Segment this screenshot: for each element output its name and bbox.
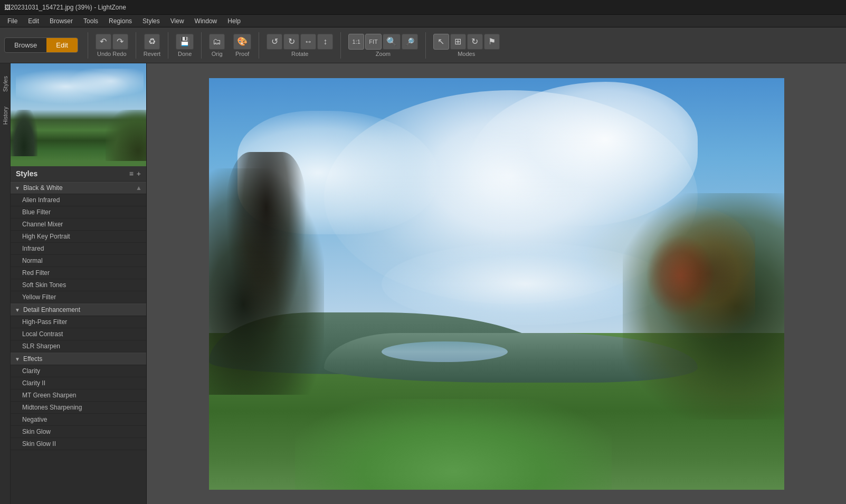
effects-label: Effects: [23, 355, 42, 363]
zoom-fit-button[interactable]: FIT: [365, 34, 382, 50]
grass-detail: [295, 399, 612, 490]
undo-button[interactable]: ↶: [96, 34, 111, 50]
sep4: [201, 32, 202, 59]
rotate-ccw-button[interactable]: ↺: [267, 34, 282, 50]
history-vtab[interactable]: History: [1, 101, 9, 130]
sep7: [425, 32, 426, 59]
style-local-contrast[interactable]: Local Contrast: [11, 328, 146, 340]
sep1: [88, 32, 88, 59]
sep2: [136, 32, 136, 59]
proof-button[interactable]: 🎨: [233, 34, 251, 50]
menu-window[interactable]: Window: [189, 16, 223, 26]
styles-list: ▼ Black & White ▲ Alien Infrared Blue Fi…: [11, 182, 146, 504]
lake: [382, 341, 508, 362]
title-text: 20231031_154721.jpg (39%) - LightZone: [11, 4, 126, 11]
style-normal[interactable]: Normal: [11, 255, 146, 267]
done-label: Done: [178, 51, 192, 57]
menu-help[interactable]: Help: [222, 16, 246, 26]
category-detail-enhancement[interactable]: ▼ Detail Enhancement: [11, 303, 146, 316]
style-mt-green-sharpen[interactable]: MT Green Sharpen: [11, 389, 146, 402]
rotate-label: Rotate: [291, 51, 308, 57]
zoom-11-button[interactable]: 1:1: [348, 34, 364, 50]
style-negative[interactable]: Negative: [11, 414, 146, 426]
bw-scroll: ▲: [136, 184, 142, 192]
style-alien-infrared[interactable]: Alien Infrared: [11, 194, 146, 206]
edit-button[interactable]: Edit: [46, 38, 77, 52]
thumbnail-image: [11, 63, 146, 166]
app-icon: 🖼: [4, 4, 11, 11]
menubar: FileEditBrowserToolsRegionsStylesViewWin…: [0, 15, 846, 27]
content-area: [147, 63, 846, 504]
style-clarity-ii[interactable]: Clarity II: [11, 377, 146, 389]
browse-button[interactable]: Browse: [5, 38, 46, 52]
menu-browser[interactable]: Browser: [44, 16, 78, 26]
revert-button[interactable]: ♻: [144, 34, 160, 50]
modes-group: ↖ ⊞ ↻ ⚑ Modes: [433, 34, 500, 57]
styles-header: Styles ≡ +: [11, 166, 146, 182]
styles-vtab[interactable]: Styles: [1, 71, 9, 97]
mode-flag-button[interactable]: ⚑: [484, 34, 500, 50]
orig-label: Orig: [212, 51, 223, 57]
style-high-key-portrait[interactable]: High Key Portrait: [11, 231, 146, 243]
zoom-in-button[interactable]: 🔍: [383, 34, 401, 50]
menu-tools[interactable]: Tools: [78, 16, 103, 26]
rotate-flip-v-button[interactable]: ↕: [317, 34, 333, 50]
style-channel-mixer[interactable]: Channel Mixer: [11, 218, 146, 231]
style-clarity[interactable]: Clarity: [11, 365, 146, 377]
style-infrared[interactable]: Infrared: [11, 243, 146, 255]
redo-button[interactable]: ↷: [112, 34, 128, 50]
rotate-cw-button[interactable]: ↻: [283, 34, 299, 50]
style-skin-glow-ii[interactable]: Skin Glow II: [11, 438, 146, 450]
revert-group: ♻ Revert: [144, 34, 160, 57]
styles-title: Styles: [16, 169, 37, 178]
main-layout: Styles History Styles ≡ +: [0, 63, 846, 504]
effects-arrow: ▼: [15, 356, 20, 362]
undo-redo-group: ↶ ↷ Undo Redo: [96, 34, 128, 57]
zoom-group: 1:1 FIT 🔍 🔎 Zoom: [348, 34, 418, 57]
menu-styles[interactable]: Styles: [137, 16, 165, 26]
menu-edit[interactable]: Edit: [23, 16, 44, 26]
sep6: [340, 32, 341, 59]
bw-arrow: ▼: [15, 185, 20, 191]
de-arrow: ▼: [15, 307, 20, 313]
style-red-filter[interactable]: Red Filter: [11, 267, 146, 279]
toolbar: Browse Edit ↶ ↷ Undo Redo ♻ Revert 💾 Don…: [0, 27, 846, 63]
done-group: 💾 Done: [176, 34, 194, 57]
styles-list-icon[interactable]: ≡: [129, 169, 134, 178]
styles-add-icon[interactable]: +: [137, 169, 141, 178]
undo-redo-label: Undo Redo: [97, 51, 127, 57]
bw-label: Black & White: [23, 184, 63, 192]
menu-view[interactable]: View: [165, 16, 189, 26]
style-slr-sharpen[interactable]: SLR Sharpen: [11, 340, 146, 353]
category-effects[interactable]: ▼ Effects: [11, 353, 146, 365]
proof-group: 🎨 Proof: [233, 34, 251, 57]
zoom-out-button[interactable]: 🔎: [402, 34, 418, 50]
category-black-white[interactable]: ▼ Black & White ▲: [11, 182, 146, 194]
zoom-label: Zoom: [376, 51, 391, 57]
style-midtones-sharpening[interactable]: Midtones Sharpening: [11, 402, 146, 414]
style-high-pass-filter[interactable]: High-Pass Filter: [11, 316, 146, 328]
styles-panel: Styles ≡ + ▼ Black & White ▲ Alien Infra…: [11, 166, 146, 504]
mode-select-button[interactable]: ↖: [433, 34, 449, 50]
menu-regions[interactable]: Regions: [103, 16, 137, 26]
mode-crop-button[interactable]: ⊞: [450, 34, 466, 50]
modes-label: Modes: [458, 51, 475, 57]
menu-file[interactable]: File: [2, 16, 23, 26]
browse-edit-toggle: Browse Edit: [4, 37, 78, 53]
mode-rotate-button[interactable]: ↻: [467, 34, 483, 50]
style-blue-filter[interactable]: Blue Filter: [11, 206, 146, 218]
orig-button[interactable]: 🗂: [209, 34, 225, 50]
vertical-tabs: Styles History: [0, 63, 11, 504]
revert-label: Revert: [144, 51, 160, 57]
style-skin-glow[interactable]: Skin Glow: [11, 426, 146, 438]
red-tree: [646, 234, 715, 317]
tree-left-main: [226, 152, 307, 337]
photo-background: [209, 78, 784, 490]
done-button[interactable]: 💾: [176, 34, 194, 50]
photo-canvas: [209, 78, 784, 490]
style-soft-skin-tones[interactable]: Soft Skin Tones: [11, 279, 146, 291]
styles-actions: ≡ +: [129, 169, 141, 178]
rotate-flip-h-button[interactable]: ↔: [300, 34, 316, 50]
sep5: [259, 32, 259, 59]
style-yellow-filter[interactable]: Yellow Filter: [11, 291, 146, 303]
